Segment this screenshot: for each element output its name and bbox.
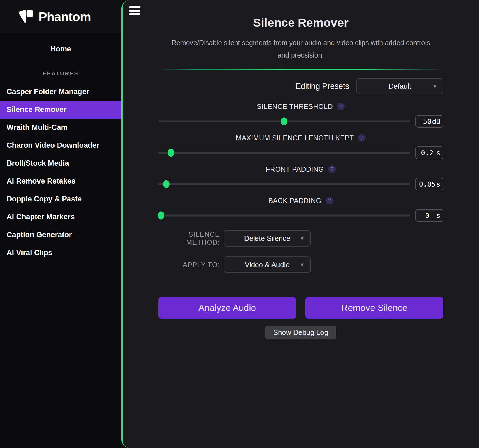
front-padding-slider[interactable]	[158, 178, 410, 190]
unit-text: s	[436, 149, 440, 157]
features-section-label: FEATURES	[0, 70, 121, 77]
editing-presets-row: Editing Presets Default ▼	[158, 78, 443, 94]
silence-method-row: SILENCE METHOD: Delete Silence ▼	[158, 230, 443, 247]
silence-threshold-value-box[interactable]: -50 dB	[415, 115, 443, 128]
sidebar-item-broll-stock-media[interactable]: Broll/Stock Media	[0, 154, 121, 172]
value-text: 0	[418, 212, 436, 220]
sidebar-item-caption-generator[interactable]: Caption Generator	[0, 226, 121, 244]
main-panel: Silence Remover Remove/Disable silent se…	[121, 0, 479, 448]
method-section: SILENCE METHOD: Delete Silence ▼ APPLY T…	[158, 230, 443, 273]
apply-to-row: APPLY TO: Video & Audio ▼	[158, 256, 443, 273]
apply-to-dropdown[interactable]: Video & Audio ▼	[224, 256, 311, 273]
max-silence-length-group: MAXIMUM SILENCE LENGTH KEPT ? 0.2 s	[158, 134, 443, 159]
analyze-audio-button[interactable]: Analyze Audio	[158, 297, 296, 319]
green-divider	[158, 69, 443, 70]
chevron-down-icon: ▼	[300, 236, 305, 241]
editing-presets-label: Editing Presets	[295, 82, 349, 91]
phantom-logo-icon	[18, 9, 34, 24]
sidebar-item-casper-folder-manager[interactable]: Casper Folder Manager	[0, 83, 121, 101]
page-title: Silence Remover	[158, 16, 443, 29]
apply-to-label: APPLY TO:	[158, 261, 220, 269]
max-silence-length-label: MAXIMUM SILENCE LENGTH KEPT	[236, 134, 354, 142]
slider-section: SILENCE THRESHOLD ? -50 dB	[158, 102, 443, 222]
value-text: 0.2	[418, 149, 436, 157]
silence-method-dropdown[interactable]: Delete Silence ▼	[224, 230, 311, 247]
slider-thumb[interactable]	[163, 180, 170, 188]
slider-thumb[interactable]	[158, 212, 164, 220]
content-column: Silence Remover Remove/Disable silent se…	[158, 16, 443, 339]
back-padding-label: BACK PADDING	[268, 197, 321, 205]
remove-silence-button[interactable]: Remove Silence	[305, 297, 443, 319]
help-icon[interactable]: ?	[358, 134, 366, 142]
silence-threshold-slider[interactable]	[158, 115, 410, 128]
silence-method-label: SILENCE METHOD:	[158, 230, 220, 246]
sidebar-item-ai-viral-clips[interactable]: AI Viral Clips	[0, 244, 121, 262]
apply-to-value: Video & Audio	[224, 261, 310, 269]
chevron-down-icon: ▼	[432, 83, 437, 89]
sidebar-item-ai-chapter-markers[interactable]: AI Chapter Markers	[0, 208, 121, 226]
sidebar: Phantom Home FEATURES Casper Folder Mana…	[0, 0, 121, 448]
silence-threshold-group: SILENCE THRESHOLD ? -50 dB	[158, 102, 443, 128]
sidebar-item-ai-remove-retakes[interactable]: AI Remove Retakes	[0, 172, 121, 190]
debug-row: Show Debug Log	[158, 326, 443, 339]
help-icon[interactable]: ?	[337, 103, 345, 110]
help-icon[interactable]: ?	[328, 165, 336, 173]
back-padding-group: BACK PADDING ? 0 s	[158, 196, 443, 222]
front-padding-group: FRONT PADDING ? 0.05 s	[158, 165, 443, 190]
sidebar-nav: Casper Folder Manager Silence Remover Wr…	[0, 83, 121, 262]
back-padding-value-box[interactable]: 0 s	[415, 209, 443, 222]
action-buttons-row: Analyze Audio Remove Silence	[158, 297, 443, 319]
chevron-down-icon: ▼	[300, 262, 305, 268]
sidebar-item-silence-remover[interactable]: Silence Remover	[0, 101, 121, 119]
logo-text: Phantom	[39, 9, 91, 24]
silence-method-value: Delete Silence	[224, 234, 310, 243]
unit-text: s	[436, 212, 440, 220]
presets-dropdown-value: Default	[357, 82, 443, 91]
front-padding-value-box[interactable]: 0.05 s	[415, 178, 443, 190]
sidebar-item-dopple-copy-paste[interactable]: Dopple Copy & Paste	[0, 190, 121, 208]
silence-threshold-label: SILENCE THRESHOLD	[257, 103, 333, 111]
slider-thumb[interactable]	[281, 118, 287, 125]
unit-text: dB	[432, 118, 440, 125]
max-silence-length-slider[interactable]	[158, 146, 410, 159]
logo-row: Phantom	[0, 0, 121, 34]
show-debug-log-button[interactable]: Show Debug Log	[265, 326, 336, 339]
slider-thumb[interactable]	[168, 149, 174, 157]
front-padding-label: FRONT PADDING	[266, 165, 324, 173]
sidebar-item-charon-video-downloader[interactable]: Charon Video Downloader	[0, 136, 121, 154]
help-icon[interactable]: ?	[326, 197, 333, 204]
max-silence-length-value-box[interactable]: 0.2 s	[415, 146, 443, 159]
back-padding-slider[interactable]	[158, 209, 410, 222]
sidebar-item-wraith-multi-cam[interactable]: Wraith Multi-Cam	[0, 119, 121, 136]
page-subtitle: Remove/Disable silent segments from your…	[166, 37, 436, 61]
sidebar-item-home[interactable]: Home	[0, 45, 121, 53]
menu-icon[interactable]	[129, 6, 140, 17]
unit-text: s	[436, 180, 440, 188]
presets-dropdown[interactable]: Default ▼	[356, 78, 443, 94]
value-text: 0.05	[418, 180, 436, 188]
app-window: Phantom Home FEATURES Casper Folder Mana…	[0, 0, 479, 448]
value-text: -50	[418, 118, 432, 125]
